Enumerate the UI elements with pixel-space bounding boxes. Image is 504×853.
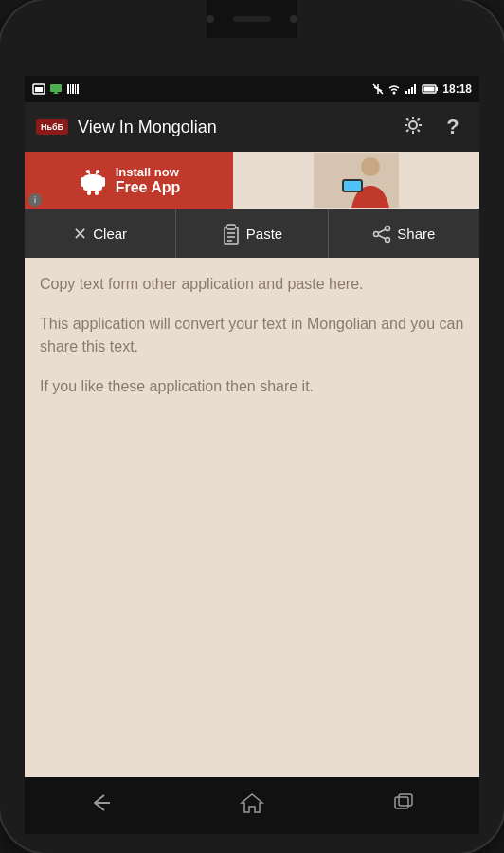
clear-label: Clear: [93, 226, 127, 242]
svg-point-9: [393, 92, 396, 95]
recents-icon: [391, 791, 416, 814]
barcode-icon: [66, 83, 80, 95]
ad-text: Install now Free App: [116, 165, 181, 196]
svg-rect-13: [414, 84, 416, 94]
free-app-label: Free App: [116, 179, 181, 196]
svg-rect-7: [77, 84, 79, 94]
phone-device: 18:18 НьбБ View In Mongolian ?: [0, 0, 504, 853]
svg-rect-2: [50, 84, 62, 92]
svg-point-36: [386, 226, 390, 230]
back-button[interactable]: [72, 791, 129, 820]
svg-rect-1: [35, 87, 43, 92]
svg-rect-10: [405, 91, 407, 94]
bottom-nav: [25, 777, 479, 834]
action-bar: ✕ Clear Paste: [25, 209, 479, 258]
phone-screen: 18:18 НьбБ View In Mongolian ?: [25, 76, 479, 834]
svg-rect-12: [411, 87, 413, 94]
paste-label: Paste: [246, 226, 282, 242]
status-bar: 18:18: [25, 76, 479, 102]
signal-icon: [405, 83, 418, 95]
front-camera: [207, 15, 214, 23]
settings-button[interactable]: [398, 115, 428, 140]
svg-rect-6: [75, 84, 76, 94]
share-label: Share: [397, 226, 435, 242]
svg-rect-42: [399, 794, 412, 806]
hint-text-3: If you like these application then share…: [40, 375, 464, 398]
svg-point-27: [361, 157, 380, 176]
svg-rect-5: [72, 84, 74, 94]
ad-image: i: [233, 152, 479, 209]
help-button[interactable]: ?: [438, 115, 468, 139]
ad-banner[interactable]: Install now Free App i: [25, 152, 479, 209]
svg-rect-29: [344, 181, 361, 191]
share-icon: [372, 225, 391, 244]
gear-icon: [403, 115, 423, 136]
ad-install-button[interactable]: Install now Free App: [25, 152, 233, 209]
svg-rect-20: [81, 177, 84, 187]
question-mark-icon: ?: [446, 115, 459, 138]
mute-icon: [372, 83, 384, 95]
install-label: Install now: [116, 165, 181, 179]
share-button[interactable]: Share: [329, 209, 479, 258]
app-toolbar: НьбБ View In Mongolian ?: [25, 102, 479, 152]
svg-line-39: [379, 235, 386, 238]
svg-rect-22: [87, 191, 91, 195]
svg-line-40: [379, 229, 386, 232]
ad-person-image: [314, 153, 399, 208]
hint-text-2: This application will convert your text …: [40, 313, 464, 358]
svg-rect-32: [227, 226, 235, 228]
sim-icon: [32, 83, 45, 95]
clock: 18:18: [442, 82, 472, 96]
svg-rect-3: [67, 84, 69, 94]
paste-button[interactable]: Paste: [176, 209, 328, 258]
status-left-icons: [32, 83, 80, 95]
back-icon: [87, 791, 114, 814]
message-icon: [49, 83, 63, 95]
svg-rect-15: [436, 87, 438, 91]
home-button[interactable]: [224, 791, 280, 820]
phone-top-bezel: [207, 0, 297, 38]
battery-icon: [422, 83, 439, 95]
close-icon: ✕: [73, 224, 87, 245]
app-title: View In Mongolian: [78, 118, 388, 137]
recents-button[interactable]: [375, 791, 432, 820]
svg-point-37: [374, 231, 379, 236]
speaker: [233, 16, 271, 22]
home-icon: [240, 791, 264, 814]
status-right-icons: 18:18: [372, 82, 472, 96]
hint-text-1: Copy text form other application and pas…: [40, 273, 464, 296]
svg-point-17: [409, 121, 417, 129]
app-badge: НьбБ: [36, 119, 68, 135]
sensor: [290, 15, 297, 23]
svg-rect-21: [101, 177, 105, 187]
svg-point-38: [386, 237, 390, 242]
svg-rect-4: [70, 84, 71, 94]
svg-rect-23: [95, 191, 99, 195]
text-content-area[interactable]: Copy text form other application and pas…: [25, 258, 479, 777]
wifi-icon: [387, 83, 401, 95]
android-icon: [78, 165, 108, 195]
svg-rect-11: [408, 89, 410, 94]
clear-button[interactable]: ✕ Clear: [25, 209, 176, 258]
clipboard-icon: [222, 224, 241, 245]
svg-rect-16: [424, 87, 435, 92]
svg-rect-41: [395, 797, 408, 808]
